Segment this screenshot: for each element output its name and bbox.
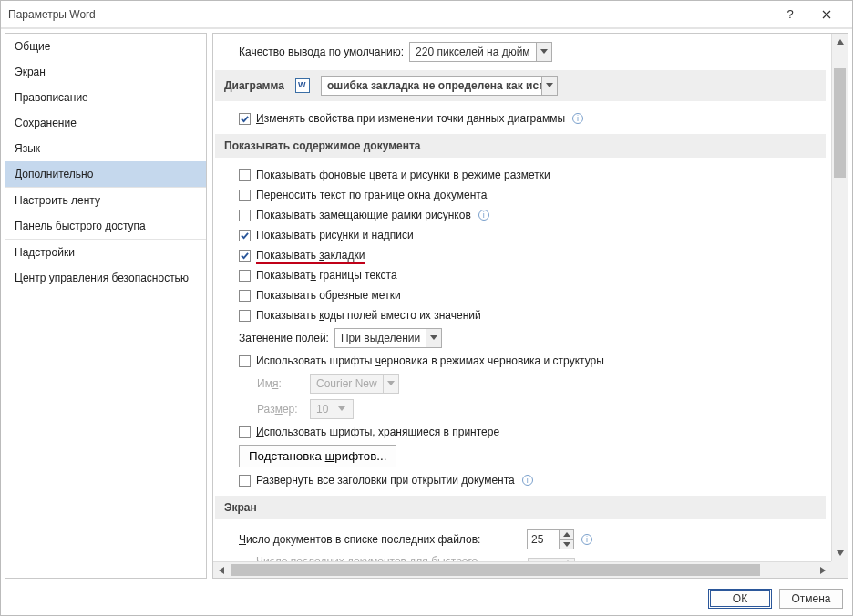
info-icon[interactable] bbox=[572, 113, 583, 124]
select-diagram-document[interactable]: ошибка закладка не определена как исп... bbox=[321, 76, 558, 96]
info-icon[interactable] bbox=[522, 475, 533, 486]
label-shading: Затенение полей: bbox=[239, 332, 329, 344]
label-boundaries: Показывать границы текстаПоказывать гран… bbox=[256, 269, 397, 282]
scroll-down-button[interactable] bbox=[832, 545, 848, 561]
label-recent-count: Число документов в списке последних файл… bbox=[239, 533, 521, 546]
checkbox-fieldcodes[interactable] bbox=[239, 310, 251, 322]
close-icon bbox=[822, 10, 831, 19]
sidebar-item-general[interactable]: Общие bbox=[5, 34, 206, 59]
label-change-props: ИИзменять свойства при изменении точки д… bbox=[256, 112, 565, 125]
chevron-down-icon bbox=[541, 77, 557, 95]
label-quick-count: Число последних документов для быстрого … bbox=[256, 555, 522, 561]
scrollbar-corner bbox=[831, 561, 848, 578]
scroll-up-button[interactable] bbox=[832, 34, 848, 50]
sidebar-item-display[interactable]: Экран bbox=[5, 59, 206, 85]
select-output-quality[interactable]: 220 пикселей на дюйм bbox=[409, 42, 552, 62]
select-shading[interactable]: При выделении bbox=[334, 328, 442, 348]
info-icon[interactable] bbox=[581, 534, 592, 545]
section-diagram: Диаграмма ошибка закладка не определена … bbox=[215, 70, 826, 101]
sidebar-item-advanced[interactable]: Дополнительно bbox=[5, 161, 206, 187]
checkbox-change-props[interactable] bbox=[239, 113, 251, 125]
label-fontsize: Размер:Размер: bbox=[257, 403, 304, 416]
scroll-thumb-horizontal[interactable] bbox=[231, 564, 760, 576]
label-bg: Показывать фоновые цвета и рисунки в реж… bbox=[256, 169, 550, 181]
row-fontsize: Размер:Размер: 10 bbox=[215, 396, 826, 422]
section-doc-content: Показывать содержимое документа bbox=[215, 134, 826, 158]
dialog-footer: ОК Отмена bbox=[1, 582, 852, 615]
sidebar-item-addins[interactable]: Надстройки bbox=[5, 239, 206, 265]
info-icon[interactable] bbox=[478, 210, 489, 221]
checkbox-crop[interactable] bbox=[239, 290, 251, 302]
label-placeholder: Показывать замещающие рамки рисунков bbox=[256, 209, 471, 221]
cancel-button[interactable]: Отмена bbox=[779, 589, 843, 609]
checkbox-drawings[interactable] bbox=[239, 230, 251, 241]
sidebar-item-trust-center[interactable]: Центр управления безопасностью bbox=[5, 265, 206, 291]
checkbox-boundaries[interactable] bbox=[239, 270, 251, 282]
word-document-icon bbox=[295, 78, 310, 93]
chevron-up-icon[interactable] bbox=[560, 530, 573, 540]
label-crop: Показывать обрезные метки bbox=[256, 289, 401, 302]
checkbox-bookmarks[interactable] bbox=[239, 250, 251, 262]
checkbox-expand[interactable] bbox=[239, 475, 251, 487]
scroll-right-button[interactable] bbox=[815, 562, 831, 578]
label-output-quality: Качество вывода по умолчанию: bbox=[239, 46, 404, 58]
sidebar-item-save[interactable]: Сохранение bbox=[5, 110, 206, 136]
row-recent-count: Число документов в списке последних файл… bbox=[215, 527, 826, 552]
horizontal-scrollbar[interactable] bbox=[213, 561, 831, 578]
vertical-scrollbar[interactable] bbox=[831, 34, 848, 561]
checkbox-wrap[interactable] bbox=[239, 190, 251, 201]
sidebar-item-language[interactable]: Язык bbox=[5, 136, 206, 161]
row-fontname: Имя:Имя: Courier New bbox=[215, 371, 826, 396]
chevron-down-icon bbox=[383, 375, 398, 393]
checkbox-printerfonts[interactable] bbox=[239, 426, 251, 438]
chevron-down-icon bbox=[334, 400, 349, 418]
row-output-quality: Качество вывода по умолчанию: 220 пиксел… bbox=[215, 39, 826, 65]
sidebar-item-quick-access[interactable]: Панель быстрого доступа bbox=[5, 213, 206, 239]
label-expand: Развернуть все заголовки при открытии до… bbox=[256, 474, 515, 487]
scroll-left-button[interactable] bbox=[213, 562, 230, 578]
chevron-down-icon bbox=[426, 329, 441, 347]
sidebar-item-proofing[interactable]: Правописание bbox=[5, 85, 206, 110]
button-font-substitution[interactable]: Подстановка шрифтов...Подстановка шрифто… bbox=[239, 445, 396, 467]
label-drawings: Показывать рисунки и надписиПоказывать р… bbox=[256, 229, 414, 241]
label-wrap: Переносить текст по границе окна докумен… bbox=[256, 189, 487, 201]
label-bookmarks: Показывать закладкиПоказывать закладки bbox=[256, 249, 365, 262]
dialog-title: Параметры Word bbox=[8, 8, 772, 21]
chevron-down-icon[interactable] bbox=[560, 540, 573, 549]
select-fontname: Courier New bbox=[310, 374, 399, 394]
sidebar-item-customize-ribbon[interactable]: Настроить ленту bbox=[5, 187, 206, 213]
label-draftfont: Использовать шрифты черновика в режимах … bbox=[256, 354, 604, 367]
row-shading: Затенение полей: При выделении bbox=[215, 325, 826, 351]
ok-button[interactable]: ОК bbox=[708, 589, 772, 609]
titlebar: Параметры Word ? bbox=[1, 1, 852, 28]
checkbox-placeholder[interactable] bbox=[239, 210, 251, 221]
word-options-dialog: Параметры Word ? Общие Экран Правописани… bbox=[0, 0, 853, 616]
checkbox-bg[interactable] bbox=[239, 169, 251, 181]
spinner-recent-count[interactable]: 25 bbox=[527, 529, 574, 549]
row-quick-count: Число последних документов для быстрого … bbox=[215, 552, 826, 561]
select-fontsize: 10 bbox=[310, 399, 354, 419]
help-button[interactable]: ? bbox=[772, 1, 808, 28]
close-button[interactable] bbox=[808, 1, 845, 28]
section-screen: Экран bbox=[215, 496, 826, 519]
checkbox-draftfont[interactable] bbox=[239, 355, 251, 367]
chevron-down-icon bbox=[536, 43, 551, 61]
main-panel: Качество вывода по умолчанию: 220 пиксел… bbox=[212, 33, 848, 579]
scroll-thumb-vertical[interactable] bbox=[834, 68, 846, 178]
label-printerfonts: Использовать шрифты, хранящиеся в принте… bbox=[256, 426, 499, 438]
sidebar: Общие Экран Правописание Сохранение Язык… bbox=[5, 33, 207, 579]
row-change-props: ИИзменять свойства при изменении точки д… bbox=[215, 108, 826, 128]
label-fieldcodes: Показывать коды полей вместо их значений… bbox=[256, 309, 481, 322]
label-fontname: Имя:Имя: bbox=[257, 377, 304, 390]
